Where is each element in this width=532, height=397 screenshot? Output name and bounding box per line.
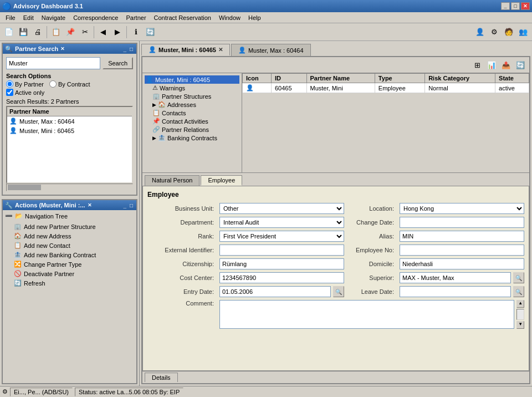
by-partner-radio[interactable]: By Partner (6, 80, 44, 88)
menu-bar: File Edit Navigate Correspondence Partne… (0, 12, 532, 23)
nav-refresh[interactable]: 🔄 Refresh (5, 278, 134, 288)
tree-grid-area: 👤 Muster, Mini : 60465 ⚠ Warnings 🏢 Part… (142, 73, 529, 173)
menu-navigate[interactable]: Navigate (38, 13, 69, 22)
grid-view-button[interactable]: ⊞ (470, 58, 484, 72)
input-external-identifier[interactable] (219, 245, 344, 256)
actions-restore-button[interactable]: □ (129, 202, 134, 208)
status-bar: ⚙ Ei..., Pe... (ADB/SU) Status: active L… (0, 386, 532, 397)
info-button[interactable]: ℹ (129, 26, 142, 39)
select-business-unit[interactable]: Other (219, 203, 344, 214)
minimize-button[interactable]: _ (501, 2, 510, 10)
input-cost-center[interactable] (219, 272, 344, 283)
textarea-scroll-up[interactable]: ▲ (516, 300, 524, 308)
actions-minimize-button[interactable]: _ (122, 202, 127, 208)
nav-add-partner-structure[interactable]: 🏢 Add new Partner Structure (5, 222, 134, 231)
new-button[interactable]: 📄 (2, 26, 16, 39)
app-title: Advisory Dashboard 3.1 (13, 3, 83, 9)
tree-node-warnings[interactable]: ⚠ Warnings (145, 84, 239, 92)
list-item[interactable]: 👤 Muster, Max : 60464 (7, 116, 132, 126)
cell-type: Employee (375, 83, 424, 93)
tree-node-partner-relations[interactable]: 🔗 Partner Relations (145, 125, 239, 134)
by-contract-radio[interactable]: By Contract (49, 80, 90, 88)
paste-button[interactable]: 📌 (64, 26, 77, 39)
nav-add-contact[interactable]: 📋 Add new Contact (5, 241, 134, 250)
textarea-comment[interactable] (219, 300, 514, 329)
tree-bank-icon: 🏦 (158, 134, 166, 141)
form-row-external: External Identifier: Employee No: (147, 245, 524, 256)
person-button[interactable]: 🧑 (502, 26, 515, 39)
forward-button[interactable]: ▶ (111, 26, 124, 39)
select-location[interactable]: Hong Kong (400, 203, 524, 214)
change-type-icon: 🔀 (14, 261, 22, 268)
tree-node-addresses[interactable]: ▶ 🏠 Addresses (145, 100, 239, 109)
nav-add-banking-contract[interactable]: 🏦 Add new Banking Contract (5, 250, 134, 259)
nav-add-address[interactable]: 🏠 Add new Address (5, 231, 134, 241)
tab-employee[interactable]: Employee (201, 175, 242, 186)
input-change-date[interactable] (400, 217, 524, 228)
tab-muster-max[interactable]: 👤 Muster, Max : 60464 (231, 44, 311, 56)
tree-node-banking-contracts[interactable]: ▶ 🏦 Banking Contracts (145, 134, 239, 142)
search-input[interactable] (6, 57, 100, 69)
tree-node-muster-mini[interactable]: 👤 Muster, Mini : 60465 (145, 75, 239, 84)
menu-file[interactable]: File (2, 13, 19, 22)
tree-node-contact-activities[interactable]: 📌 Contact Activities (145, 117, 239, 125)
select-rank[interactable]: First Vice President (219, 231, 344, 242)
input-entry-date[interactable] (219, 286, 331, 297)
tree-node-contacts[interactable]: 📋 Contacts (145, 109, 239, 117)
user-icon: 👤 (9, 118, 17, 125)
input-domicile[interactable] (400, 258, 524, 269)
search-button[interactable]: Search (103, 57, 133, 69)
maximize-button[interactable]: □ (511, 2, 520, 10)
label-alias: Alias: (350, 233, 394, 240)
user-admin-button[interactable]: 👤 (473, 26, 487, 39)
entry-date-lookup-button[interactable]: 🔍 (333, 286, 344, 297)
tab-muster-mini[interactable]: 👤 Muster, Mini : 60465 ✕ (141, 44, 230, 56)
settings-button[interactable]: ⚙ (488, 26, 501, 39)
filter-button[interactable]: 📊 (485, 58, 498, 72)
search-options-title: Search Options (6, 73, 133, 79)
superior-lookup-button[interactable]: 🔍 (513, 272, 524, 283)
tree-expand-icon: ▶ (152, 102, 156, 108)
tab-strip: 👤 Muster, Mini : 60465 ✕ 👤 Muster, Max :… (141, 43, 530, 57)
copy-button[interactable]: 📋 (49, 26, 63, 39)
nav-deactivate-partner[interactable]: 🚫 Deactivate Partner (5, 269, 134, 278)
horizontal-scrollbar[interactable] (6, 184, 133, 191)
print-button[interactable]: 🖨 (31, 26, 44, 39)
table-row[interactable]: 👤 60465 Muster, Mini Employee Normal act… (243, 83, 529, 93)
right-panel: 👤 Muster, Mini : 60465 ✕ 👤 Muster, Max :… (141, 43, 530, 384)
menu-window[interactable]: Window (216, 13, 244, 22)
profile-button[interactable]: 👥 (516, 26, 530, 39)
input-citizenship[interactable] (219, 258, 344, 269)
nav-change-partner-type[interactable]: 🔀 Change Partner Type (5, 259, 134, 269)
input-alias[interactable] (400, 231, 524, 242)
menu-help[interactable]: Help (245, 13, 264, 22)
input-employee-no[interactable] (400, 245, 524, 256)
active-only-checkbox[interactable]: Active only (6, 89, 133, 96)
panel-minimize-button[interactable]: _ (122, 46, 127, 52)
cut-button[interactable]: ✂ (78, 26, 91, 39)
menu-contract-reservation[interactable]: Contract Reservation (151, 13, 214, 22)
tree-node-partner-structures[interactable]: 🏢 Partner Structures (145, 92, 239, 100)
inner-refresh-button[interactable]: 🔄 (514, 58, 527, 72)
menu-correspondence[interactable]: Correspondence (70, 13, 121, 22)
input-superior[interactable] (400, 272, 511, 283)
tab-close-mini[interactable]: ✕ (218, 47, 223, 53)
nav-tree-label: Navigation Tree (25, 213, 68, 220)
refresh-button[interactable]: 🔄 (144, 26, 157, 39)
close-button[interactable]: ✕ (521, 2, 530, 10)
tab-natural-person[interactable]: Natural Person (145, 175, 200, 186)
save-button[interactable]: 💾 (17, 26, 30, 39)
textarea-scroll-down[interactable]: ▼ (516, 321, 524, 329)
input-leave-date[interactable] (400, 286, 511, 297)
actions-header: 🔧 Actions (Muster, Mini :... ✕ _ □ (3, 200, 136, 210)
menu-edit[interactable]: Edit (20, 13, 37, 22)
list-item[interactable]: 👤 Muster, Mini : 60465 (7, 126, 132, 135)
export-button[interactable]: 📤 (499, 58, 513, 72)
back-button[interactable]: ◀ (96, 26, 110, 39)
select-department[interactable]: Internal Audit (219, 217, 344, 228)
panel-restore-button[interactable]: □ (129, 46, 134, 52)
leave-date-lookup-button[interactable]: 🔍 (513, 286, 524, 297)
menu-partner[interactable]: Partner (122, 13, 149, 22)
details-tab[interactable]: Details (145, 373, 178, 382)
tab-icon-max: 👤 (238, 47, 246, 54)
